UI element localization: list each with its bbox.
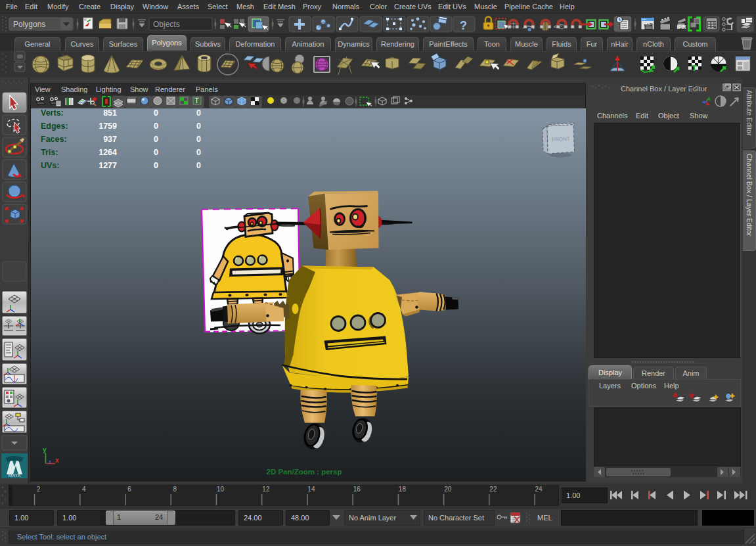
svg-text:0: 0 [154,108,158,118]
svg-text:1759: 1759 [99,122,117,131]
svg-text:22: 22 [489,486,497,493]
svg-text:?: ? [460,19,467,32]
svg-text:x: x [55,457,59,464]
svg-text:0: 0 [196,122,201,131]
svg-text:z: z [49,459,51,465]
svg-text:14: 14 [307,486,315,493]
svg-text:0: 0 [154,161,158,170]
svg-text:0: 0 [154,148,158,157]
svg-text:FRONT: FRONT [552,136,570,143]
svg-text:18: 18 [399,486,407,493]
svg-text:1264: 1264 [99,148,117,157]
svg-text:0: 0 [196,148,201,157]
svg-text:Faces:: Faces: [41,135,67,144]
svg-text:Tris:: Tris: [41,148,58,157]
svg-text:MAYA: MAYA [9,473,21,478]
svg-text:24: 24 [535,486,543,493]
svg-text:T: T [692,63,697,73]
svg-text:1277: 1277 [99,161,117,170]
svg-text:y: y [43,446,47,453]
svg-text:6: 6 [127,486,131,493]
svg-text:10: 10 [217,486,225,493]
svg-text:16: 16 [353,486,361,493]
svg-text:Edges:: Edges: [41,122,68,131]
svg-text:2: 2 [37,486,41,493]
svg-text:UVs:: UVs: [41,161,59,170]
svg-text:0: 0 [154,122,158,131]
svg-text:Objects: Objects [153,20,180,29]
svg-text:0: 0 [154,135,158,144]
svg-text:0: 0 [196,108,201,118]
svg-text:20: 20 [444,486,452,493]
svg-text:851: 851 [103,108,117,118]
svg-text:4: 4 [82,486,86,493]
svg-text:937: 937 [103,135,117,144]
svg-text:T: T [195,97,199,104]
svg-text:0: 0 [196,161,201,170]
svg-text:Verts:: Verts: [41,108,64,118]
svg-text:0: 0 [196,135,201,144]
svg-text:Polygons: Polygons [13,20,45,29]
svg-text:8: 8 [173,486,177,493]
svg-text:2D Pan/Zoom : persp: 2D Pan/Zoom : persp [266,468,342,476]
svg-text:IPR: IPR [677,24,686,30]
svg-text:12: 12 [262,486,270,493]
